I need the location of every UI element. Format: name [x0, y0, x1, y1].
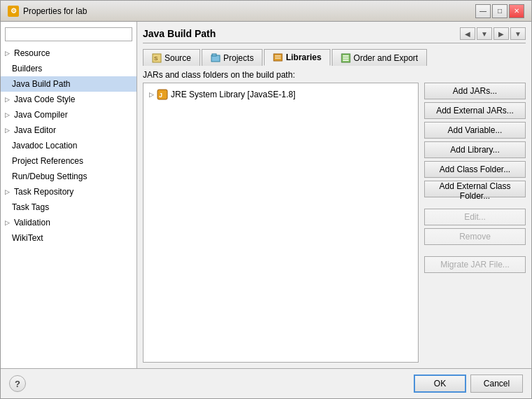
- projects-icon: [211, 53, 220, 63]
- arrow-icon: ▷: [5, 186, 10, 198]
- dropdown-button[interactable]: ▼: [477, 27, 492, 40]
- button-spacer-2: [424, 248, 526, 253]
- tab-projects[interactable]: Projects: [202, 49, 262, 66]
- build-path-area: ▷ J JRE System Library [JavaSE-1.8] Add …: [143, 83, 526, 363]
- sidebar-item-task-repository[interactable]: ▷ Task Repository: [1, 184, 136, 200]
- tab-projects-label: Projects: [223, 53, 253, 63]
- tab-source[interactable]: S Source: [143, 49, 200, 66]
- tab-bar: S Source Projects: [143, 49, 526, 66]
- sidebar-item-java-build-path[interactable]: Java Build Path: [1, 76, 136, 92]
- sidebar-item-label: Task Tags: [12, 201, 49, 214]
- jre-icon: J: [157, 89, 168, 100]
- libraries-icon: [273, 52, 283, 62]
- add-library-button[interactable]: Add Library...: [424, 141, 526, 158]
- arrow-icon: ▷: [5, 216, 10, 229]
- dialog-footer: ? OK Cancel: [1, 368, 531, 398]
- migrate-jar-button[interactable]: Migrate JAR File...: [424, 256, 526, 273]
- sidebar-item-label: WikiText: [12, 232, 43, 244]
- panel-title: Java Build Path: [143, 28, 216, 39]
- sidebar-item-resource[interactable]: ▷ Resource: [1, 46, 136, 61]
- sidebar-item-wikitext[interactable]: WikiText: [1, 230, 136, 246]
- sidebar-item-java-code-style[interactable]: ▷ Java Code Style: [1, 92, 136, 107]
- footer-buttons: OK Cancel: [414, 374, 523, 393]
- sidebar-item-label: Builders: [12, 62, 42, 75]
- sidebar-item-label: Task Repository: [14, 186, 74, 198]
- source-icon: S: [152, 53, 162, 63]
- sidebar-item-java-compiler[interactable]: ▷ Java Compiler: [1, 107, 136, 122]
- dialog-content: ▷ Resource Builders Java Build Path ▷ Ja…: [1, 22, 531, 368]
- sidebar-item-label: Java Code Style: [14, 93, 75, 106]
- arrow-icon: ▷: [5, 124, 10, 136]
- title-buttons: — □ ✕: [475, 4, 524, 18]
- tab-order-export-label: Order and Export: [354, 53, 418, 63]
- edit-button[interactable]: Edit...: [424, 209, 526, 225]
- title-bar: ⚙ Properties for lab — □ ✕: [1, 1, 531, 22]
- cancel-button[interactable]: Cancel: [470, 374, 523, 393]
- sidebar-item-label: Java Build Path: [12, 78, 70, 90]
- sidebar-item-run-debug[interactable]: Run/Debug Settings: [1, 169, 136, 184]
- arrow-icon: ▷: [5, 93, 10, 106]
- sidebar-item-label: Resource: [14, 47, 50, 59]
- remove-button[interactable]: Remove: [424, 228, 526, 245]
- sidebar-item-label: Validation: [14, 216, 50, 229]
- classpath-label: JARs and class folders on the build path…: [143, 70, 526, 80]
- add-variable-button[interactable]: Add Variable...: [424, 122, 526, 139]
- tree-item-jre[interactable]: ▷ J JRE System Library [JavaSE-1.8]: [146, 86, 415, 103]
- maximize-button[interactable]: □: [492, 4, 507, 18]
- sidebar-item-javadoc[interactable]: Javadoc Location: [1, 138, 136, 153]
- svg-text:S: S: [154, 55, 158, 62]
- minimize-button[interactable]: —: [475, 4, 491, 18]
- dialog-title: Properties for lab: [23, 6, 87, 16]
- svg-text:J: J: [159, 92, 162, 99]
- order-icon: [341, 53, 351, 63]
- forward-button[interactable]: ▶: [493, 27, 509, 40]
- sidebar-item-label: Java Compiler: [14, 108, 68, 121]
- tab-order-export[interactable]: Order and Export: [332, 49, 427, 66]
- svg-rect-6: [275, 57, 281, 59]
- add-external-class-folder-button[interactable]: Add External Class Folder...: [424, 181, 526, 197]
- sidebar-item-label: Javadoc Location: [12, 139, 77, 152]
- sidebar-item-label: Project References: [12, 155, 83, 167]
- svg-rect-5: [275, 55, 281, 57]
- back-button[interactable]: ◀: [460, 27, 475, 40]
- action-buttons-panel: Add JARs... Add External JARs... Add Var…: [424, 83, 526, 363]
- panel-header: Java Build Path ◀ ▼ ▶ ▼: [143, 27, 526, 43]
- tab-source-label: Source: [164, 53, 191, 63]
- help-button[interactable]: ?: [9, 375, 26, 392]
- tree-panel[interactable]: ▷ J JRE System Library [JavaSE-1.8]: [143, 83, 419, 363]
- tree-arrow-icon: ▷: [149, 88, 154, 102]
- sidebar-item-task-tags[interactable]: Task Tags: [1, 200, 136, 215]
- ok-button[interactable]: OK: [414, 374, 466, 393]
- sidebar-item-java-editor[interactable]: ▷ Java Editor: [1, 122, 136, 138]
- add-class-folder-button[interactable]: Add Class Folder...: [424, 161, 526, 178]
- sidebar-item-label: Run/Debug Settings: [12, 170, 87, 183]
- add-jars-button[interactable]: Add JARs...: [424, 83, 526, 99]
- sidebar-item-label: Java Editor: [14, 124, 56, 136]
- sidebar-item-project-references[interactable]: Project References: [1, 153, 136, 169]
- close-button[interactable]: ✕: [509, 4, 524, 18]
- properties-dialog: ⚙ Properties for lab — □ ✕ ▷ Resource Bu…: [0, 0, 532, 399]
- dialog-icon: ⚙: [8, 6, 19, 17]
- sidebar-item-builders[interactable]: Builders: [1, 61, 136, 76]
- menu-button[interactable]: ▼: [510, 27, 526, 40]
- title-bar-left: ⚙ Properties for lab: [8, 6, 87, 17]
- button-spacer: [424, 200, 526, 206]
- add-external-jars-button[interactable]: Add External JARs...: [424, 102, 526, 119]
- arrow-icon: ▷: [5, 47, 10, 59]
- tab-libraries[interactable]: Libraries: [264, 49, 330, 66]
- nav-buttons: ◀ ▼ ▶ ▼: [460, 27, 526, 40]
- sidebar: ▷ Resource Builders Java Build Path ▷ Ja…: [1, 22, 137, 368]
- main-panel: Java Build Path ◀ ▼ ▶ ▼ S: [137, 22, 531, 368]
- arrow-icon: ▷: [5, 108, 10, 121]
- sidebar-item-validation[interactable]: ▷ Validation: [1, 215, 136, 230]
- tab-libraries-label: Libraries: [286, 52, 321, 62]
- sidebar-search-input[interactable]: [5, 27, 132, 41]
- svg-rect-3: [212, 54, 216, 56]
- tree-item-label: JRE System Library [JavaSE-1.8]: [171, 88, 295, 102]
